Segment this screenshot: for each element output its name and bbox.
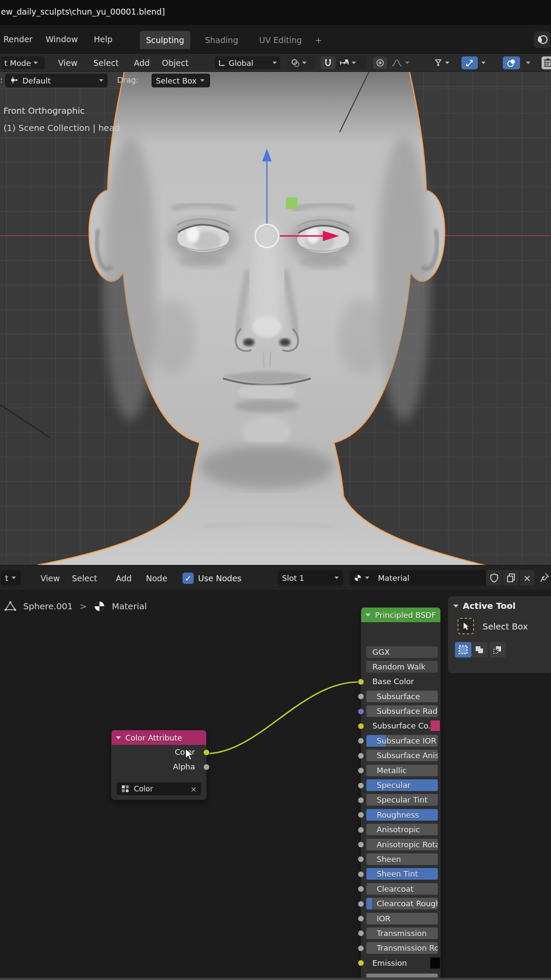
value-transmission-roug[interactable]: Transmission Roug bbox=[366, 942, 438, 954]
mode-transfer-icon[interactable] bbox=[534, 31, 550, 48]
value-clearcoat-roughne[interactable]: Clearcoat Roughne bbox=[366, 898, 438, 909]
select-mode-subtract-button[interactable] bbox=[489, 642, 506, 657]
input-socket-emission[interactable] bbox=[358, 960, 364, 966]
output-socket-alpha[interactable] bbox=[203, 764, 210, 770]
collapse-chevron-icon[interactable] bbox=[365, 614, 371, 617]
collapse-chevron-icon[interactable] bbox=[116, 736, 121, 739]
input-socket-anisotropic-rotatio[interactable] bbox=[358, 841, 364, 848]
input-socket-clearcoat-roughne[interactable] bbox=[358, 901, 364, 907]
value-specular[interactable]: Specular bbox=[366, 779, 438, 791]
viewport-menu-object[interactable]: Object bbox=[162, 54, 189, 72]
principled-bsdf-node-header[interactable]: Principled BSDF bbox=[361, 608, 440, 622]
head-sculpt-model[interactable] bbox=[0, 72, 551, 565]
proportional-falloff-dropdown[interactable] bbox=[388, 56, 416, 69]
proportional-editing-toggle[interactable] bbox=[373, 56, 387, 69]
value-roughness[interactable]: Roughness bbox=[366, 809, 438, 821]
viewport-menu-view[interactable]: View bbox=[58, 54, 77, 72]
input-socket-clearcoat[interactable] bbox=[358, 886, 364, 892]
input-socket-transmission-roug[interactable] bbox=[358, 945, 364, 952]
gizmo-x-arrowhead[interactable] bbox=[323, 231, 339, 241]
select-mode-extend-button[interactable] bbox=[471, 642, 488, 657]
value-transmission[interactable]: Transmission bbox=[366, 927, 438, 939]
value-specular-tint[interactable]: Specular Tint bbox=[366, 794, 438, 806]
overlays-toggle[interactable] bbox=[503, 56, 520, 69]
material-browse-dropdown[interactable] bbox=[350, 570, 374, 586]
input-socket-ior[interactable] bbox=[358, 915, 364, 922]
3d-viewport[interactable]: : Default Drag: Select Box Front Orthogr… bbox=[0, 72, 551, 565]
value-ior[interactable]: IOR bbox=[366, 913, 438, 924]
workspace-tab-uv-editing[interactable]: UV Editing bbox=[253, 31, 308, 49]
show-gizmo-dropdown[interactable] bbox=[430, 56, 455, 69]
input-socket-base-color[interactable] bbox=[358, 679, 364, 685]
select-mode-set-button[interactable] bbox=[455, 642, 471, 657]
input-socket-transmission[interactable] bbox=[358, 930, 364, 937]
curve-object-line[interactable] bbox=[0, 405, 50, 437]
shader-menu-select[interactable]: Select bbox=[72, 565, 97, 591]
shader-menu-add[interactable]: Add bbox=[116, 565, 132, 591]
value-sheen-tint[interactable]: Sheen Tint bbox=[366, 868, 438, 880]
input-socket-anisotropic[interactable] bbox=[358, 827, 364, 833]
menu-render[interactable]: Render bbox=[3, 25, 33, 54]
input-socket-specular[interactable] bbox=[358, 782, 364, 789]
shader-node-editor[interactable]: Sphere.001 > Material Color Attribute Co… bbox=[0, 591, 551, 980]
value-subsurface-ior[interactable]: Subsurface IOR bbox=[366, 735, 438, 747]
color-swatch-subsurface-co[interactable] bbox=[430, 720, 440, 732]
shader-menu-view[interactable]: View bbox=[40, 565, 60, 591]
gizmo-z-arrowhead[interactable] bbox=[262, 149, 272, 161]
curve-object-line[interactable] bbox=[340, 72, 369, 132]
input-socket-subsurface-co[interactable] bbox=[358, 723, 364, 729]
editor-type-dropdown[interactable]: t bbox=[1, 570, 21, 586]
input-socket-sheen-tint[interactable] bbox=[358, 871, 364, 878]
select-box-tool-icon[interactable] bbox=[458, 618, 474, 634]
drag-mode-dropdown[interactable]: Select Box bbox=[152, 74, 210, 87]
color-attribute-node-header[interactable]: Color Attribute bbox=[111, 730, 206, 745]
workspace-tab-sculpting[interactable]: Sculpting bbox=[140, 31, 190, 49]
close-icon[interactable]: × bbox=[190, 785, 197, 794]
workspace-tab-shading[interactable]: Shading bbox=[199, 31, 244, 49]
input-socket-metallic[interactable] bbox=[358, 767, 364, 774]
brush-preset-dropdown[interactable]: Default bbox=[5, 74, 108, 87]
pin-icon[interactable] bbox=[539, 572, 550, 583]
input-socket-roughness[interactable] bbox=[358, 812, 364, 818]
input-socket-subsurface-ior[interactable] bbox=[358, 738, 364, 744]
shader-menu-node[interactable]: Node bbox=[146, 565, 167, 591]
viewport-menu-add[interactable]: Add bbox=[134, 54, 150, 72]
value-anisotropic[interactable]: Anisotropic bbox=[366, 824, 438, 835]
color-attribute-name-field[interactable]: Color × bbox=[117, 782, 201, 795]
input-socket-subsurface[interactable] bbox=[358, 693, 364, 700]
input-socket-subsurface-radius[interactable] bbox=[358, 708, 364, 715]
output-socket-color[interactable] bbox=[203, 749, 210, 756]
pivot-point-dropdown[interactable] bbox=[288, 56, 315, 69]
value-metallic[interactable]: Metallic bbox=[366, 765, 438, 776]
viewport-shading-button[interactable] bbox=[542, 56, 551, 69]
value-subsurface[interactable]: Subsurface bbox=[366, 691, 438, 702]
value-clearcoat[interactable]: Clearcoat bbox=[366, 883, 438, 895]
material-slot-dropdown[interactable]: Slot 1 bbox=[278, 570, 343, 586]
value-sheen[interactable]: Sheen bbox=[366, 853, 438, 865]
principled-bsdf-node[interactable]: Principled BSDF GGXRandom WalkBase Color… bbox=[361, 607, 441, 980]
snap-toggle[interactable] bbox=[321, 56, 335, 69]
chevron-down-icon[interactable] bbox=[481, 62, 486, 64]
value-subsurface-anisotr[interactable]: Subsurface Anisotr bbox=[366, 750, 438, 761]
input-socket-sheen[interactable] bbox=[358, 856, 364, 862]
dropdown-ggx[interactable]: GGX bbox=[366, 646, 438, 658]
workspace-tab-[interactable]: + bbox=[309, 31, 328, 49]
color-attribute-node[interactable]: Color Attribute ColorAlpha Color × bbox=[111, 730, 207, 800]
dropdown-random-walk[interactable]: Random Walk bbox=[366, 661, 438, 673]
material-name-field[interactable]: Material bbox=[374, 570, 486, 586]
transform-orientation-dropdown[interactable]: Global bbox=[215, 56, 280, 69]
input-socket-specular-tint[interactable] bbox=[358, 797, 364, 803]
chevron-down-icon[interactable] bbox=[526, 62, 530, 64]
use-nodes-label[interactable]: Use Nodes bbox=[198, 565, 241, 591]
use-nodes-checkbox[interactable]: ✓ bbox=[183, 573, 194, 584]
menu-help[interactable]: Help bbox=[94, 25, 112, 54]
viewport-menu-select[interactable]: Select bbox=[93, 54, 119, 72]
gizmo-center-ring[interactable] bbox=[255, 224, 279, 248]
menu-window[interactable]: Window bbox=[46, 25, 78, 54]
unlink-material-button[interactable]: × bbox=[519, 570, 535, 586]
snap-settings-dropdown[interactable] bbox=[336, 56, 366, 69]
active-tool-panel-header[interactable]: Active Tool bbox=[453, 601, 516, 611]
color-swatch-emission[interactable] bbox=[430, 957, 440, 969]
value-subsurface-radius[interactable]: Subsurface Radius bbox=[366, 705, 438, 717]
emission-strength-field-partial[interactable] bbox=[366, 974, 438, 977]
